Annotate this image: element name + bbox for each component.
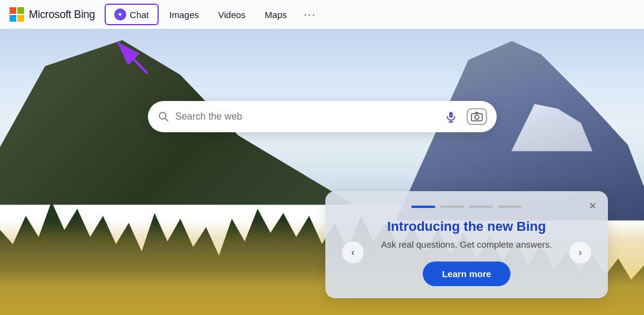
card-title: Introducing the new Bing [381,219,552,234]
svg-point-8 [474,115,479,120]
chat-nav-label: Chat [130,10,149,20]
navbar: Microsoft Bing ✦ Chat Images Videos Maps… [0,0,644,29]
chat-icon: ✦ [114,8,126,20]
logo-blue [10,15,16,22]
search-right-icons [441,107,487,126]
card-next-button[interactable]: › [569,242,591,263]
search-icon [158,111,170,123]
chat-nav-button[interactable]: ✦ Chat [105,4,159,25]
search-container [148,101,497,132]
learn-more-button[interactable]: Learn more [423,261,511,286]
search-input[interactable] [176,111,435,122]
svg-line-3 [165,118,168,121]
logo-red [10,7,16,14]
images-nav-button[interactable]: Images [161,5,207,25]
progress-dot-2 [440,206,464,208]
camera-icon[interactable] [467,108,487,125]
logo-yellow [17,15,24,22]
maps-nav-button[interactable]: Maps [256,5,295,25]
card-navigation: ‹ Introducing the new Bing Ask real ques… [342,219,591,286]
progress-dots [342,206,591,208]
card-close-button[interactable]: ✕ [585,198,600,213]
card-prev-button[interactable]: ‹ [342,242,364,263]
progress-dot-4 [498,206,522,208]
more-nav-button[interactable]: ··· [298,4,322,26]
info-card: ✕ ‹ Introducing the new Bing Ask real qu… [325,191,608,298]
videos-nav-button[interactable]: Videos [210,5,254,25]
brand-name: Microsoft Bing [29,8,95,21]
card-content: Introducing the new Bing Ask real questi… [381,219,552,286]
logo-area: Microsoft Bing [10,7,95,22]
card-subtitle: Ask real questions. Get complete answers… [381,239,552,249]
svg-rect-4 [449,112,453,118]
progress-dot-3 [469,206,493,208]
progress-dot-1 [411,206,435,208]
search-bar [148,101,497,132]
logo-green [17,7,24,14]
microsoft-logo [10,7,24,22]
microphone-icon[interactable] [441,107,461,126]
